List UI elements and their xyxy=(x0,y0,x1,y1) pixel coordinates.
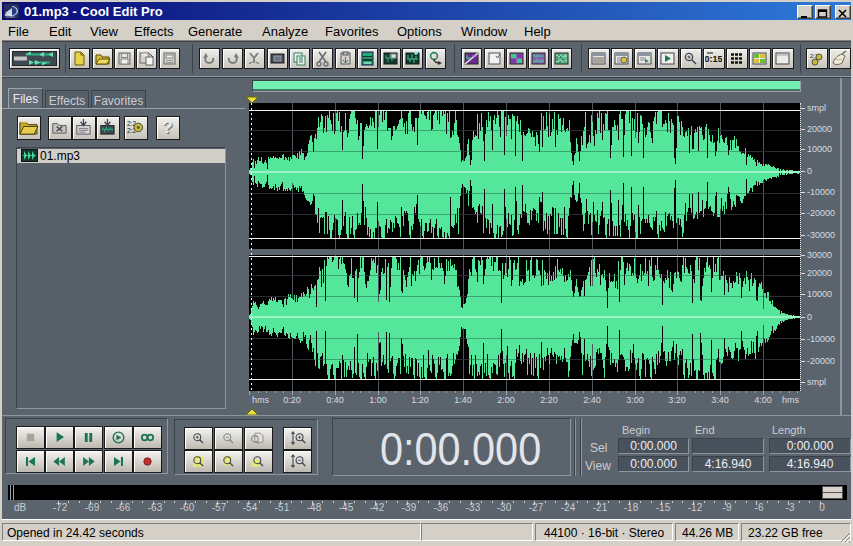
svg-text:?: ? xyxy=(162,118,172,137)
svg-text:0:15: 0:15 xyxy=(705,54,722,64)
